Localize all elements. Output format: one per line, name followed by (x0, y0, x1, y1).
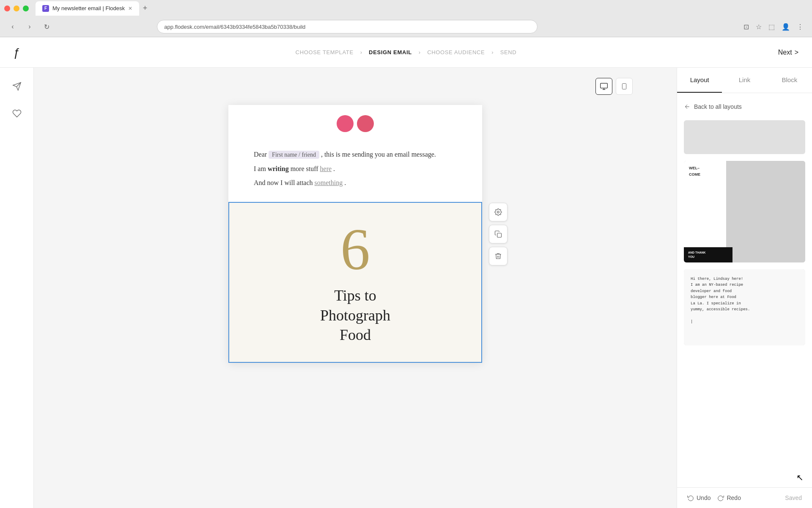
step-arrow-3: › (491, 49, 493, 55)
layout-thumbnail-handwritten[interactable]: Hi there, Lindsay here! I am an NY-based… (684, 269, 805, 345)
back-to-layouts-link[interactable]: Back to all layouts (684, 103, 805, 110)
dear-text: Dear (254, 151, 269, 158)
welcome-right (726, 161, 805, 262)
email-line-1: Dear First name / friend , this is me se… (254, 149, 457, 160)
handwritten-thumb: Hi there, Lindsay here! I am an NY-based… (684, 269, 805, 345)
welcome-text-2: COME (689, 172, 721, 177)
bottom-bar: Undo Redo Saved (677, 487, 812, 508)
browser-icons: ⊡ ☆ ⬚ 👤 ⋮ (742, 21, 805, 33)
line2-bold: writing (268, 165, 289, 172)
reload-button[interactable]: ↻ (41, 21, 52, 33)
step-arrow-2: › (419, 49, 420, 55)
email-preview-wrapper: Dear First name / friend , this is me se… (228, 105, 482, 363)
redo-button[interactable]: Redo (717, 494, 741, 501)
brand-logo[interactable]: ƒ (14, 46, 20, 59)
browser-chrome: F My newsletter email | Flodesk ✕ + ‹ › … (0, 0, 812, 37)
line2-rest: more stuff (291, 165, 320, 172)
tab-title: My newsletter email | Flodesk (52, 5, 125, 11)
email-line-3: And now I will attach something . (254, 177, 457, 188)
forward-button[interactable]: › (24, 21, 36, 33)
next-button[interactable]: Next > (778, 49, 798, 56)
email-text-area[interactable]: Dear First name / friend , this is me se… (228, 142, 482, 202)
main-content: Dear First name / friend , this is me se… (0, 68, 812, 508)
block-duplicate-button[interactable] (489, 225, 508, 243)
tab-close-button[interactable]: ✕ (128, 6, 132, 11)
right-panel: Layout Link Block Back to all layouts (677, 68, 812, 508)
block-settings-button[interactable] (489, 203, 508, 221)
cast-icon[interactable]: ⊡ (742, 21, 751, 33)
address-bar[interactable]: app.flodesk.com/email/6343b9334fe5843ba5… (157, 20, 538, 33)
svg-rect-2 (601, 83, 608, 88)
active-tab[interactable]: F My newsletter email | Flodesk ✕ (36, 1, 139, 16)
profile-icon[interactable]: 👤 (780, 21, 792, 33)
tab-link[interactable]: Link (722, 68, 767, 93)
line1-rest: , this is me sending you an email messag… (321, 151, 436, 158)
tips-line2: Photograph (320, 307, 390, 324)
svg-rect-8 (497, 233, 502, 237)
tips-line1: Tips to (334, 287, 376, 304)
line3-link[interactable]: something (315, 179, 343, 186)
traffic-green[interactable] (23, 6, 29, 11)
panel-content[interactable]: Back to all layouts WEL– COME (677, 93, 812, 487)
extension-icon[interactable]: ⬚ (767, 21, 776, 33)
block-delete-button[interactable] (489, 247, 508, 265)
traffic-red[interactable] (4, 6, 10, 11)
block-actions (489, 203, 508, 265)
browser-nav-bar: ‹ › ↻ app.flodesk.com/email/6343b9334fe5… (0, 17, 812, 37)
tab-layout[interactable]: Layout (677, 68, 722, 93)
step-arrow-1: › (360, 49, 362, 55)
send-sidebar-icon[interactable] (8, 78, 25, 95)
svg-rect-5 (622, 83, 626, 89)
panel-tabs: Layout Link Block (677, 68, 812, 93)
circle-pink (337, 115, 354, 132)
welcome-thumb: WEL– COME AND THANKYOU (684, 161, 805, 262)
traffic-lights (4, 6, 29, 11)
line3-end: . (344, 179, 346, 186)
merge-tag-firstname[interactable]: First name / friend (269, 151, 319, 159)
back-to-layouts-label: Back to all layouts (694, 103, 742, 110)
desktop-view-button[interactable] (595, 78, 612, 95)
layout-thumbnail-welcome[interactable]: WEL– COME AND THANKYOU ↖ (684, 161, 805, 262)
traffic-yellow[interactable] (14, 6, 19, 11)
welcome-bottom: AND THANKYOU (684, 247, 732, 262)
undo-button[interactable]: Undo (687, 494, 710, 501)
tab-favicon: F (42, 5, 49, 12)
url-text: app.flodesk.com/email/6343b9334fe5843ba5… (164, 24, 305, 30)
layout-thumbnail-blank[interactable] (684, 120, 805, 154)
mobile-view-button[interactable] (616, 78, 633, 95)
step-choose-template[interactable]: CHOOSE TEMPLATE (296, 49, 354, 55)
undo-label: Undo (697, 494, 710, 501)
email-preview[interactable]: Dear First name / friend , this is me se… (228, 105, 482, 363)
step-choose-audience[interactable]: CHOOSE AUDIENCE (427, 49, 485, 55)
browser-tabs-bar: F My newsletter email | Flodesk ✕ + (0, 0, 812, 17)
big-number: 6 (340, 220, 370, 279)
line2-end: . (333, 165, 335, 172)
tips-title: Tips to Photograph Food (320, 286, 390, 345)
device-toggle (595, 78, 633, 95)
new-tab-button[interactable]: + (139, 3, 151, 14)
line3-start: And now I will attach (254, 179, 315, 186)
saved-indicator: Saved (785, 494, 802, 501)
email-selected-block[interactable]: 6 Tips to Photograph Food (228, 202, 482, 363)
tab-block[interactable]: Block (767, 68, 812, 93)
top-nav: ƒ CHOOSE TEMPLATE › DESIGN EMAIL › CHOOS… (0, 37, 812, 68)
email-line-2: I am writing more stuff here . (254, 163, 457, 174)
bookmark-icon[interactable]: ☆ (754, 21, 763, 33)
step-send[interactable]: SEND (500, 49, 517, 55)
step-design-email[interactable]: DESIGN EMAIL (369, 49, 412, 55)
svg-point-7 (497, 211, 499, 213)
welcome-text-1: WEL– (689, 166, 721, 171)
email-header-circles (228, 105, 482, 142)
line2-link[interactable]: here (320, 165, 332, 172)
canvas-area[interactable]: Dear First name / friend , this is me se… (34, 68, 677, 508)
heart-sidebar-icon[interactable] (8, 105, 25, 122)
next-label: Next (778, 49, 792, 56)
welcome-bottom-text: AND THANKYOU (688, 251, 728, 259)
circle-coral (357, 115, 374, 132)
next-arrow: > (795, 49, 798, 56)
menu-icon[interactable]: ⋮ (795, 21, 805, 33)
back-button[interactable]: ‹ (7, 21, 19, 33)
app-container: ƒ CHOOSE TEMPLATE › DESIGN EMAIL › CHOOS… (0, 37, 812, 508)
redo-label: Redo (727, 494, 741, 501)
line2-start: I am (254, 165, 268, 172)
